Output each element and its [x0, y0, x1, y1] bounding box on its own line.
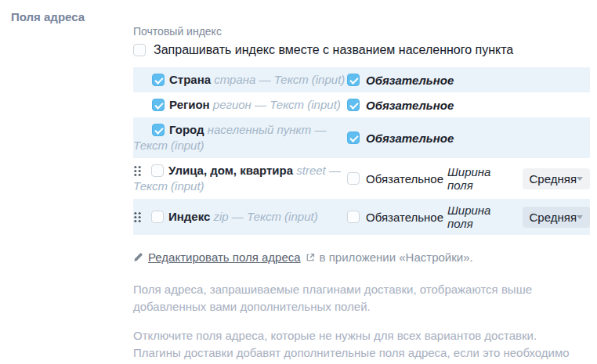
- pencil-icon: [133, 252, 143, 262]
- section-title: Поля адреса: [11, 10, 133, 23]
- field-cell: Страна страна — Текст (input): [133, 72, 347, 88]
- required-cell: Обязательное: [347, 99, 447, 112]
- required-label[interactable]: Обязательное: [366, 132, 454, 145]
- field-name: Регион: [169, 98, 210, 111]
- width-cell: Ширина поля Средняя: [447, 165, 590, 192]
- table-row: Регион регион — Текст (input) Обязательн…: [133, 92, 590, 117]
- required-checkbox[interactable]: [347, 211, 360, 223]
- note-paragraph: Поля адреса, запрашиваемые плагинами дос…: [133, 281, 572, 315]
- field-description: страна — Текст (input): [214, 73, 345, 86]
- field-description: регион — Текст (input): [213, 98, 341, 111]
- table-row: Улица, дом, квартира street — Текст (inp…: [133, 158, 590, 199]
- width-label: Ширина поля: [447, 204, 512, 230]
- section-label-column: Поля адреса: [11, 10, 133, 364]
- drag-handle-icon[interactable]: [133, 165, 142, 176]
- field-width-select[interactable]: Средняя: [523, 168, 590, 189]
- field-name: Город: [169, 123, 204, 136]
- section-content: Почтовый индекс Запрашивать индекс вмест…: [133, 10, 597, 364]
- required-cell: Обязательное: [347, 211, 447, 224]
- required-checkbox[interactable]: [347, 132, 360, 144]
- required-cell: Обязательное: [347, 74, 447, 87]
- required-cell: Обязательное: [347, 132, 447, 145]
- address-fields-table: Страна страна — Текст (input) Обязательн…: [133, 67, 590, 235]
- postcode-checkbox-row[interactable]: Запрашивать индекс вместе с названием на…: [133, 43, 597, 57]
- caret-down-icon: [577, 215, 583, 219]
- field-enabled-checkbox[interactable]: [151, 211, 164, 223]
- required-label[interactable]: Обязательное: [366, 211, 443, 224]
- table-row: Индекс zip — Текст (input) Обязательное …: [133, 199, 590, 235]
- field-enabled-checkbox[interactable]: [152, 99, 165, 111]
- postcode-checkbox[interactable]: [133, 44, 146, 56]
- field-cell: Индекс zip — Текст (input): [133, 209, 347, 225]
- width-cell: Ширина поля Средняя: [447, 204, 590, 230]
- field-name: Страна: [169, 73, 211, 86]
- field-width-select[interactable]: Средняя: [523, 207, 590, 228]
- note-paragraph: Отключите поля адреса, которые не нужны …: [133, 327, 572, 364]
- required-checkbox[interactable]: [347, 74, 360, 86]
- field-cell: Регион регион — Текст (input): [133, 97, 347, 113]
- table-row: Город населенный пункт — Текст (input) О…: [133, 117, 590, 158]
- required-checkbox[interactable]: [347, 172, 360, 185]
- settings-section: Поля адреса Почтовый индекс Запрашивать …: [0, 0, 597, 364]
- table-row: Страна страна — Текст (input) Обязательн…: [133, 67, 590, 92]
- field-cell: Улица, дом, квартира street — Текст (inp…: [133, 163, 347, 194]
- postcode-checkbox-label[interactable]: Запрашивать индекс вместе с названием на…: [154, 43, 513, 57]
- width-label: Ширина поля: [447, 165, 512, 192]
- field-cell: Город населенный пункт — Текст (input): [133, 122, 347, 153]
- field-enabled-checkbox[interactable]: [152, 74, 165, 86]
- edit-link-suffix: в приложении «Настройки».: [320, 250, 473, 264]
- drag-handle-icon[interactable]: [133, 211, 142, 222]
- field-name: Улица, дом, квартира: [168, 164, 293, 177]
- required-label[interactable]: Обязательное: [366, 74, 454, 87]
- edit-link-line: Редактировать поля адреса в приложении «…: [133, 250, 597, 264]
- postcode-label: Почтовый индекс: [133, 25, 597, 38]
- field-width-value: Средняя: [530, 211, 577, 224]
- field-description: zip — Текст (input): [214, 210, 318, 223]
- field-width-value: Средняя: [530, 172, 577, 186]
- edit-address-fields-link[interactable]: Редактировать поля адреса: [148, 250, 301, 264]
- required-checkbox[interactable]: [347, 99, 360, 111]
- field-name: Индекс: [168, 210, 210, 223]
- required-cell: Обязательное: [347, 172, 447, 186]
- required-label[interactable]: Обязательное: [366, 172, 443, 186]
- required-label[interactable]: Обязательное: [366, 99, 454, 112]
- field-enabled-checkbox[interactable]: [152, 124, 165, 136]
- caret-down-icon: [577, 177, 583, 181]
- external-link-icon: [306, 253, 315, 262]
- field-enabled-checkbox[interactable]: [151, 164, 164, 177]
